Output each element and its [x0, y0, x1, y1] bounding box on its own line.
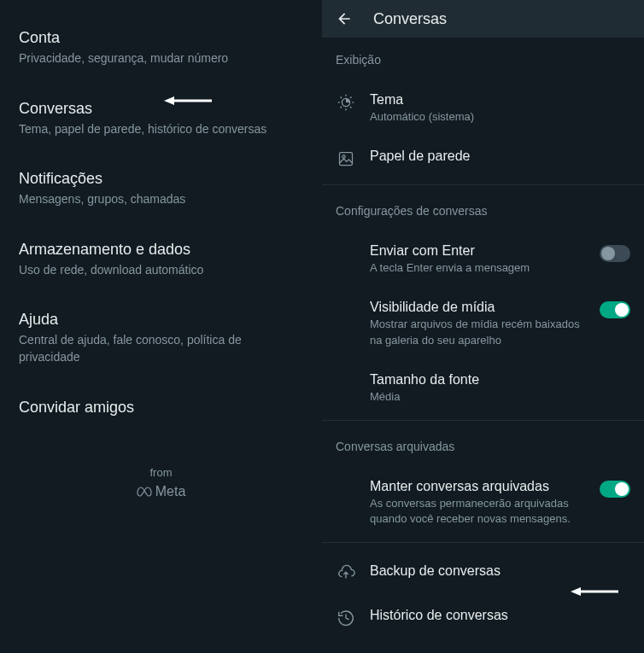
- svg-marker-14: [571, 587, 581, 596]
- setting-label: Histórico de conversas: [370, 608, 630, 623]
- history-icon: [336, 608, 356, 628]
- setting-value: Média: [370, 389, 630, 405]
- setting-label: Enviar com Enter: [370, 243, 589, 259]
- setting-label: Tema: [370, 92, 630, 108]
- setting-font-size[interactable]: Tamanho da fonte Média: [322, 360, 644, 417]
- svg-point-12: [342, 155, 345, 158]
- setting-desc: Mostrar arquivos de mídia recém baixados…: [370, 317, 589, 347]
- settings-item-title: Armazenamento e dados: [19, 241, 303, 259]
- settings-item-subtitle: Central de ajuda, fale conosco, política…: [19, 332, 303, 365]
- cloud-backup-icon: [336, 563, 356, 584]
- settings-list-panel: Conta Privacidade, segurança, mudar núme…: [0, 0, 322, 653]
- setting-history[interactable]: Histórico de conversas: [322, 596, 644, 640]
- theme-icon: [336, 92, 356, 113]
- svg-marker-1: [164, 96, 174, 105]
- section-archived: Conversas arquivadas: [322, 424, 644, 467]
- setting-label: Visibilidade de mídia: [370, 300, 589, 315]
- svg-line-9: [341, 107, 342, 108]
- from-meta-label: from Meta: [0, 466, 322, 499]
- tutorial-arrow-backup: [571, 586, 618, 597]
- chats-settings-panel: Conversas Exibição Tema Automático (sist…: [322, 0, 644, 653]
- svg-line-10: [350, 97, 351, 98]
- setting-desc: A tecla Enter envia a mensagem: [370, 260, 589, 276]
- svg-rect-11: [340, 153, 353, 166]
- setting-desc: As conversas permanecerão arquivadas qua…: [370, 496, 589, 527]
- section-header: Configurações de conversas: [336, 204, 630, 218]
- divider: [322, 184, 644, 185]
- settings-item-subtitle: Uso de rede, download automático: [19, 262, 303, 279]
- setting-keep-archived[interactable]: Manter conversas arquivadas As conversas…: [322, 467, 644, 539]
- from-label: from: [0, 466, 322, 479]
- divider: [322, 420, 644, 421]
- settings-item-storage[interactable]: Armazenamento e dados Uso de rede, downl…: [0, 229, 322, 291]
- divider: [322, 542, 644, 543]
- wallpaper-icon: [336, 149, 356, 169]
- settings-item-title: Conta: [19, 29, 303, 47]
- section-header: Conversas arquivadas: [336, 440, 630, 453]
- setting-label: Papel de parede: [370, 149, 630, 164]
- back-button[interactable]: [336, 10, 353, 27]
- svg-line-7: [341, 97, 342, 98]
- settings-item-help[interactable]: Ajuda Central de ajuda, fale conosco, po…: [0, 299, 322, 377]
- settings-item-subtitle: Tema, papel de parede, histórico de conv…: [19, 121, 303, 138]
- settings-item-title: Conversas: [19, 100, 303, 118]
- back-arrow-icon: [336, 10, 353, 27]
- header-title: Conversas: [373, 10, 447, 28]
- meta-icon: [137, 487, 152, 497]
- settings-item-chats[interactable]: Conversas Tema, papel de parede, históri…: [0, 88, 322, 150]
- section-header: Exibição: [336, 53, 630, 67]
- setting-enter-send[interactable]: Enviar com Enter A tecla Enter envia a m…: [322, 231, 644, 288]
- toggle-keep-archived[interactable]: [600, 481, 630, 498]
- section-chat-settings: Configurações de conversas: [322, 189, 644, 231]
- meta-logo: Meta: [0, 484, 322, 499]
- settings-item-account[interactable]: Conta Privacidade, segurança, mudar núme…: [0, 17, 322, 79]
- settings-item-subtitle: Privacidade, segurança, mudar número: [19, 50, 303, 67]
- settings-item-title: Ajuda: [19, 311, 303, 329]
- header-bar: Conversas: [322, 0, 644, 38]
- settings-item-title: Convidar amigos: [19, 399, 303, 417]
- setting-theme[interactable]: Tema Automático (sistema): [322, 80, 644, 137]
- toggle-media-visibility[interactable]: [600, 301, 630, 318]
- setting-wallpaper[interactable]: Papel de parede: [322, 137, 644, 181]
- setting-label: Tamanho da fonte: [370, 372, 630, 388]
- setting-label: Manter conversas arquivadas: [370, 479, 589, 494]
- svg-line-8: [350, 107, 351, 108]
- tutorial-arrow-chats: [164, 96, 212, 106]
- settings-item-title: Notificações: [19, 170, 303, 188]
- setting-label: Backup de conversas: [370, 563, 630, 579]
- setting-value: Automático (sistema): [370, 109, 630, 125]
- settings-item-notifications[interactable]: Notificações Mensagens, grupos, chamadas: [0, 158, 322, 220]
- settings-item-invite[interactable]: Convidar amigos: [0, 387, 322, 432]
- settings-item-subtitle: Mensagens, grupos, chamadas: [19, 191, 303, 208]
- toggle-enter-send[interactable]: [600, 245, 630, 262]
- setting-media-visibility[interactable]: Visibilidade de mídia Mostrar arquivos d…: [322, 288, 644, 359]
- section-display: Exibição: [322, 38, 644, 80]
